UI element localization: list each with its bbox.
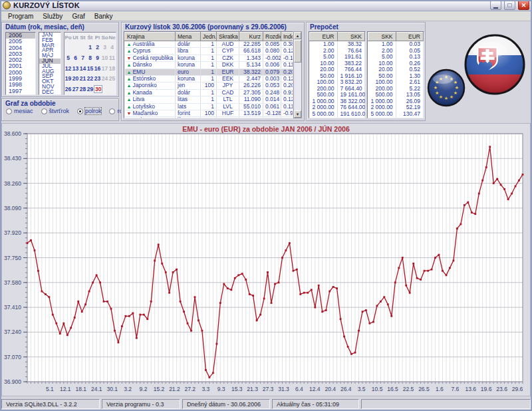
year-item-1997[interactable]: 1997 xyxy=(6,88,35,94)
app-coin-icon xyxy=(3,1,11,9)
svg-text:3.3: 3.3 xyxy=(201,386,209,392)
cell-kurz: 27.305 xyxy=(239,89,263,96)
trend-up-icon: ▲ xyxy=(127,63,133,67)
cell-skratka: AUD xyxy=(217,41,239,48)
calendar-day-8[interactable]: 8 xyxy=(86,53,94,63)
cell-skratka: EUR xyxy=(217,68,239,75)
calendar-day-28[interactable]: 28 xyxy=(79,84,86,94)
rates-row-cyp[interactable]: ▲ Cypruslibra1CYP66.6180.0800.120 xyxy=(125,48,294,55)
calendar-day-22[interactable]: 22 xyxy=(86,73,94,84)
calendar-day-1[interactable]: 1 xyxy=(86,42,94,53)
year-list[interactable]: 2006200520042003200220012000199919981997 xyxy=(5,32,36,95)
calendar-day-17: 17 xyxy=(101,63,108,74)
rates-row-dkk[interactable]: ▲ Dánskokoruna1DKK5.1340.0060.117 xyxy=(125,62,294,68)
calendar-day-5[interactable]: 5 xyxy=(65,53,72,63)
rates-panel-caption: Kurzový lístok 30.06.2006 (porovnaný s 2… xyxy=(125,23,287,31)
menu-item-banky[interactable]: Banky xyxy=(90,11,118,21)
cell-rozdiel: 0.102 xyxy=(263,117,281,118)
radio-circle-icon xyxy=(77,108,83,114)
cell-kurz: 38.322 xyxy=(239,68,263,75)
calendar-day-15[interactable]: 15 xyxy=(86,63,94,74)
cell-krajina: ▼ Česká republika xyxy=(125,55,176,61)
cell-index: 0.117 xyxy=(281,62,294,68)
calendar-day-27[interactable]: 27 xyxy=(72,84,79,94)
period-radio-mesiac[interactable]: mesiac xyxy=(6,108,33,114)
svg-text:5.1: 5.1 xyxy=(46,386,54,392)
calendar-day-26[interactable]: 26 xyxy=(65,84,72,94)
calendar-day-6[interactable]: 6 xyxy=(72,53,79,63)
eu-flag-button[interactable]: ★★★★★★★★★★★★ xyxy=(428,70,464,106)
calendar-day-16[interactable]: 16 xyxy=(94,63,101,74)
rates-row-jpy[interactable]: ▲ Japonskojen100JPY26.2260.0530.202 xyxy=(125,82,294,89)
slovakia-flag-button[interactable] xyxy=(466,35,524,94)
scrollbar-thumb[interactable] xyxy=(294,40,301,63)
cell-rozdiel: 0.053 xyxy=(263,82,281,89)
skk-eur-col-skk: SKK xyxy=(368,33,396,41)
rates-col-jedn[interactable]: Jedn. xyxy=(201,33,217,41)
calendar-day-23[interactable]: 23 xyxy=(94,73,101,84)
rates-table-body: ▲ Austráliadolár1AUD22.2850.0850.383▲ Cy… xyxy=(125,41,294,119)
month-item-dec[interactable]: DEC xyxy=(39,90,61,95)
rates-row-eek[interactable]: ▲ Estónskokoruna1EEK2.4470.0030.123 xyxy=(125,76,294,82)
trend-up-icon: ▲ xyxy=(127,76,133,81)
rates-col-index[interactable]: Index xyxy=(281,33,294,41)
rates-row-czk[interactable]: ▼ Česká republikakoruna1CZK1.343-0.002-0… xyxy=(125,55,294,61)
cell-kurz: 5.134 xyxy=(239,62,263,68)
svg-text:9.2: 9.2 xyxy=(140,386,148,392)
menu-item-graf[interactable]: Graf xyxy=(67,11,89,21)
cell-rozdiel: 0.080 xyxy=(263,48,281,55)
skk-eur-row: 1.000.03 xyxy=(368,41,424,48)
rates-row-mtl[interactable]: ▲ Maltalíra1MTL89.1850.1020.114 xyxy=(125,117,294,118)
cell-rozdiel: 0.061 xyxy=(263,103,281,110)
calendar-day-7[interactable]: 7 xyxy=(79,53,86,63)
calendar-day-20[interactable]: 20 xyxy=(72,73,79,84)
rates-row-lvl[interactable]: ▲ Lotyšskolats1LVL55.0100.0610.111 xyxy=(125,103,294,110)
month-list[interactable]: JANFEBMARAPRMÁJJÚNJÚLAUGSEPOKTNOVDEC xyxy=(39,32,61,95)
cell-jedn: 1 xyxy=(201,48,217,55)
calendar-day-29[interactable]: 29 xyxy=(86,84,94,94)
rates-scrollbar[interactable]: ▲ ▼ xyxy=(293,31,302,118)
calendar-day-30[interactable]: 30 xyxy=(94,84,101,94)
svg-text:29.6: 29.6 xyxy=(512,386,523,392)
rates-row-aud[interactable]: ▲ Austráliadolár1AUD22.2850.0850.383 xyxy=(125,41,294,48)
rates-col-kurz[interactable]: Kurz xyxy=(239,33,263,41)
svg-text:38.260: 38.260 xyxy=(4,180,21,187)
maximize-button[interactable] xyxy=(504,1,515,10)
cell-index: 0.114 xyxy=(281,117,294,118)
menu-item-program[interactable]: Program xyxy=(3,11,38,21)
rates-col-skratka[interactable]: Skratka xyxy=(217,33,239,41)
rates-col-rozdiel[interactable]: Rozdiel xyxy=(263,33,281,41)
calendar-empty-cell xyxy=(72,42,79,53)
radio-label: mesiac xyxy=(14,108,33,114)
calendar-day-14[interactable]: 14 xyxy=(79,63,86,74)
close-icon: ✕ xyxy=(521,3,527,9)
svg-text:27.3: 27.3 xyxy=(263,386,274,392)
trend-up-icon: ▲ xyxy=(127,83,133,88)
period-radio-polrok[interactable]: polrok xyxy=(77,108,102,114)
rates-row-huf[interactable]: ▼ Maďarskoforint100HUF13.519-0.128-0.938 xyxy=(125,110,294,117)
calendar-day-21[interactable]: 21 xyxy=(79,73,86,84)
menu-item-služby[interactable]: Služby xyxy=(38,11,67,21)
scrollbar-up-arrow-icon[interactable]: ▲ xyxy=(294,32,301,39)
eur-to-skk-table: EURSKK1.0038.322.0076.645.00191.6110.003… xyxy=(309,31,366,118)
calendar-day-13[interactable]: 13 xyxy=(72,63,79,74)
close-button[interactable]: ✕ xyxy=(518,1,529,10)
calendar[interactable]: PoUtStŠtPiSoNe12345678910111213141516171… xyxy=(64,32,116,95)
svg-text:37.240: 37.240 xyxy=(4,329,21,335)
cell-rozdiel: 0.003 xyxy=(263,76,281,82)
rates-col-krajina[interactable]: Krajina xyxy=(125,33,176,41)
calendar-day-19[interactable]: 19 xyxy=(65,73,72,84)
trend-up-icon: ▲ xyxy=(127,90,133,95)
rates-row-eur[interactable]: ▲ EMUeuro1EUR38.3220.0790.207 xyxy=(125,68,294,75)
calendar-day-9[interactable]: 9 xyxy=(94,53,101,63)
rates-col-mena[interactable]: Mena xyxy=(176,33,201,41)
radio-circle-icon xyxy=(41,108,47,114)
rates-row-ltl[interactable]: ▲ Litvalitas1LTL11.0900.0140.126 xyxy=(125,96,294,103)
calendar-day-12[interactable]: 12 xyxy=(65,63,72,74)
period-radio-tvrrok[interactable]: štvrťrok xyxy=(41,108,69,114)
rates-row-cad[interactable]: ▲ Kanadadolár1CAD27.3050.2480.917 xyxy=(125,89,294,96)
minimize-button[interactable] xyxy=(490,1,501,10)
calendar-day-2[interactable]: 2 xyxy=(94,42,101,53)
cell-kurz: 1.343 xyxy=(239,55,263,61)
scrollbar-down-arrow-icon[interactable]: ▼ xyxy=(294,110,301,118)
